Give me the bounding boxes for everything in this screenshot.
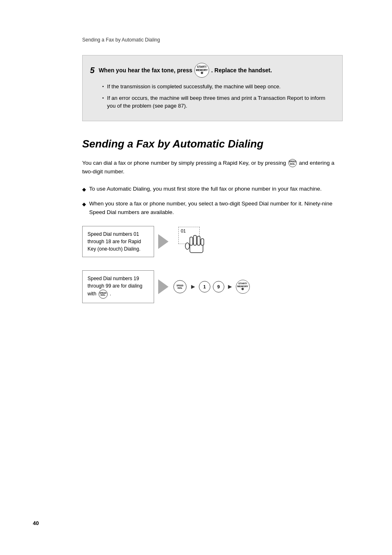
speed-dial-circle-seq: SPEEDDIAL [173, 280, 187, 293]
page: Sending a Fax by Automatic Dialing 5 Whe… [0, 0, 392, 555]
speed-dial-sequence: SPEEDDIAL ► 1 9 ► START [173, 280, 250, 294]
arrow-2 [158, 279, 168, 294]
diamond-icon-2: ◆ [82, 200, 86, 208]
callout-text-2-part2: . [110, 291, 111, 297]
step5-number: 5 [90, 66, 95, 75]
diamond-bullet-1-text: To use Automatic Dialing, you must first… [89, 184, 322, 193]
diamond-bullet-2: ◆ When you store a fax or phone number, … [82, 199, 343, 217]
svg-rect-1 [190, 237, 193, 245]
step5-bullets: • If the transmission is completed succe… [102, 83, 333, 110]
intro-before: You can dial a fax or phone number by si… [82, 160, 286, 166]
seq-btn-9: 9 [213, 281, 224, 292]
diagram-row-2: Speed Dial numbers 19 through 99 are for… [82, 270, 343, 303]
step5-header-before: When you hear the fax tone, press [99, 67, 192, 74]
step5-header-after: . Replace the handset. [211, 67, 272, 74]
svg-rect-4 [201, 239, 204, 245]
seq-btn-1: 1 [199, 281, 210, 292]
bullet-dot-2: • [102, 95, 104, 101]
rapid-key-illustration: 01 [177, 225, 214, 258]
svg-rect-3 [197, 236, 200, 245]
step5-bullet-2: • If an error occurs, the machine will b… [102, 94, 333, 110]
bullet-dot-1: • [102, 83, 104, 90]
diamond-icon-1: ◆ [82, 186, 86, 193]
seq-arrow-1: ► [190, 283, 196, 290]
step5-bullet-1: • If the transmission is completed succe… [102, 83, 333, 91]
step5-bullet-1-text: If the transmission is completed success… [107, 83, 281, 91]
diamond-bullet-2-text: When you store a fax or phone number, yo… [89, 199, 343, 217]
svg-rect-2 [194, 235, 196, 245]
hand-pressing-icon [184, 231, 209, 258]
diagram-area: Speed Dial numbers 01 through 18 are for… [82, 225, 343, 303]
intro-text: You can dial a fax or phone number by si… [82, 159, 343, 176]
main-content: You can dial a fax or phone number by si… [82, 159, 343, 304]
diagram-row-1: Speed Dial numbers 01 through 18 are for… [82, 225, 343, 258]
seq-btn-1-label: 1 [203, 284, 206, 289]
step5-header: 5 When you hear the fax tone, press STAR… [90, 63, 333, 78]
callout-text-1: Speed Dial numbers 01 through 18 are for… [88, 231, 141, 252]
diamond-bullet-1: ◆ To use Automatic Dialing, you must fir… [82, 184, 343, 193]
seq-arrow-2: ► [227, 283, 233, 290]
start-memory-seq-btn: START/MEMORY ⊕ [236, 280, 250, 294]
callout-text-2-part1: Speed Dial numbers 19 through 99 are for… [88, 276, 142, 297]
callout-box-1: Speed Dial numbers 01 through 18 are for… [82, 226, 154, 257]
svg-point-5 [185, 243, 189, 249]
seq-btn-9-label: 9 [217, 284, 220, 289]
page-number: 40 [33, 520, 39, 526]
speed-dial-icon-callout: SPEEDDIAL [99, 290, 108, 299]
step5-box: 5 When you hear the fax tone, press STAR… [82, 55, 343, 121]
start-memory-button-inline: START/MEMORY ⊕ [194, 63, 209, 78]
arrow-1 [158, 234, 168, 249]
speed-dial-icon-intro: SPEEDDIAL [288, 159, 297, 167]
section-title: Sending a Fax by Automatic Dialing [82, 138, 359, 150]
breadcrumb: Sending a Fax by Automatic Dialing [82, 37, 359, 43]
callout-box-2: Speed Dial numbers 19 through 99 are for… [82, 270, 154, 303]
step5-bullet-2-text: If an error occurs, the machine will bee… [107, 94, 333, 110]
